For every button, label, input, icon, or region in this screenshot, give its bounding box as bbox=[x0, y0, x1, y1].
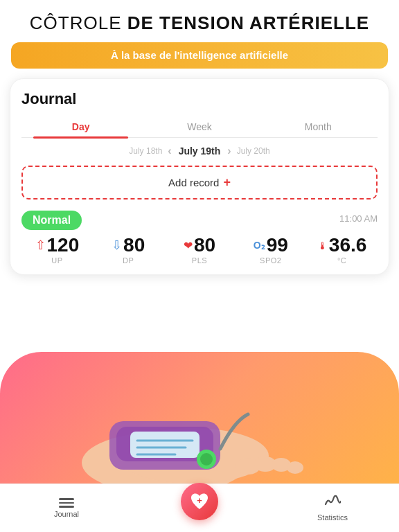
vital-spo2: O₂ 99 SPO2 bbox=[235, 236, 306, 265]
ai-banner-text: À la base de l'intelligence artificielle bbox=[111, 49, 288, 61]
prev-arrow[interactable]: ‹ bbox=[168, 145, 171, 157]
bottom-navigation: Journal + Statistics bbox=[0, 484, 399, 532]
vital-pls: ❤ 80 PLS bbox=[164, 236, 236, 265]
tab-day[interactable]: Day bbox=[21, 116, 140, 137]
svg-point-9 bbox=[200, 453, 213, 466]
vitals-row: ⇧ 120 UP ⇩ 80 DP ❤ 80 PLS O₂ 99 bbox=[21, 236, 378, 267]
nav-center-container: + bbox=[133, 490, 266, 527]
vital-up: ⇧ 120 UP bbox=[21, 236, 93, 265]
heart-icon: ❤ bbox=[184, 239, 193, 252]
next-arrow[interactable]: › bbox=[227, 145, 231, 157]
thermometer-icon: 🌡 bbox=[317, 240, 328, 251]
nav-item-statistics[interactable]: Statistics bbox=[266, 495, 399, 522]
title-light: CÔTROLE bbox=[30, 12, 127, 33]
svg-text:+: + bbox=[197, 495, 202, 506]
date-next: July 20th bbox=[237, 146, 270, 156]
vital-temp-label: °C bbox=[337, 256, 346, 265]
vital-dp: ⇩ 80 DP bbox=[93, 236, 164, 265]
arm-illustration bbox=[68, 352, 331, 490]
vital-temp: 🌡 36.6 °C bbox=[306, 236, 378, 265]
header: CÔTROLE DE TENSION ARTÉRIELLE bbox=[0, 0, 399, 42]
nav-statistics-label: Statistics bbox=[317, 513, 348, 522]
tabs-container: Day Week Month bbox=[21, 116, 378, 138]
date-current-container: ‹ July 19th › bbox=[168, 145, 231, 157]
nav-journal-label: Journal bbox=[54, 510, 79, 518]
add-button[interactable]: + bbox=[181, 483, 218, 520]
status-badge: Normal bbox=[21, 211, 82, 230]
vital-dp-label: DP bbox=[123, 256, 134, 265]
title-bold: DE TENSION ARTÉRIELLE bbox=[127, 12, 369, 33]
vital-dp-value: 80 bbox=[123, 236, 145, 255]
add-record-button[interactable]: Add record+ bbox=[21, 166, 378, 200]
card-title: Journal bbox=[21, 90, 378, 108]
vital-pls-label: PLS bbox=[192, 256, 207, 265]
journal-nav-icon bbox=[59, 498, 74, 508]
vital-up-value: 120 bbox=[47, 236, 80, 255]
tab-month[interactable]: Month bbox=[259, 116, 378, 137]
add-record-label: Add record bbox=[168, 177, 219, 188]
statistics-nav-icon bbox=[324, 495, 341, 511]
page-title: CÔTROLE DE TENSION ARTÉRIELLE bbox=[14, 12, 385, 34]
ai-banner: À la base de l'intelligence artificielle bbox=[11, 42, 388, 69]
illustration-area bbox=[0, 338, 399, 490]
date-current: July 19th bbox=[179, 145, 221, 157]
dp-icon: ⇩ bbox=[112, 238, 122, 253]
nav-item-journal[interactable]: Journal bbox=[0, 498, 133, 518]
o2-icon: O₂ bbox=[254, 240, 265, 251]
tab-week[interactable]: Week bbox=[140, 116, 258, 137]
vital-spo2-value: 99 bbox=[267, 236, 288, 255]
record-time: 11:00 AM bbox=[339, 213, 378, 224]
vital-pls-value: 80 bbox=[194, 236, 215, 255]
vital-up-label: UP bbox=[51, 256, 62, 265]
up-icon: ⇧ bbox=[35, 238, 46, 253]
vital-temp-value: 36.6 bbox=[329, 236, 367, 255]
add-record-plus-icon: + bbox=[223, 175, 231, 189]
svg-point-13 bbox=[287, 461, 303, 474]
journal-card: Journal Day Week Month July 18th ‹ July … bbox=[10, 78, 389, 275]
heart-plus-icon: + bbox=[188, 490, 211, 513]
date-navigation: July 18th ‹ July 19th › July 20th bbox=[21, 145, 378, 157]
vital-spo2-label: SPO2 bbox=[260, 256, 281, 265]
date-prev: July 18th bbox=[129, 146, 162, 156]
record-header: Normal 11:00 AM bbox=[21, 208, 378, 230]
